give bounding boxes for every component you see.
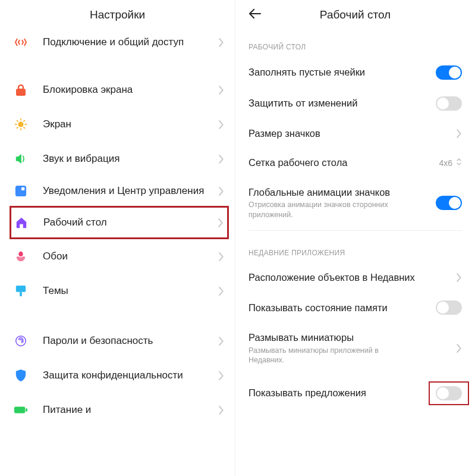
- svg-rect-17: [26, 408, 27, 412]
- highlighted-toggle-frame: [429, 381, 469, 405]
- item-label: Обои: [43, 250, 214, 262]
- home-icon: [12, 214, 30, 231]
- item-label: Питание и: [43, 403, 214, 416]
- svg-rect-16: [14, 406, 25, 413]
- item-label: Темы: [43, 284, 214, 297]
- lock-icon: [12, 81, 30, 99]
- setting-lock-layout[interactable]: Защитить от изменений: [235, 88, 475, 119]
- setting-label: Расположение объектов в Недавних: [248, 271, 452, 284]
- shield-icon: [12, 367, 30, 384]
- section-header-home: РАБОЧИЙ СТОЛ: [235, 27, 475, 57]
- setting-fill-empty[interactable]: Заполнять пустые ячейки: [235, 57, 475, 88]
- setting-label: Глобальные анимации значков: [248, 186, 436, 199]
- setting-label: Размывать миниатюры: [248, 331, 452, 344]
- home-screen-settings: Рабочий стол РАБОЧИЙ СТОЛ Заполнять пуст…: [235, 0, 475, 476]
- setting-label: Показывать предложения: [248, 387, 429, 399]
- control-center-icon: [12, 182, 30, 200]
- chevron-right-icon: [219, 252, 224, 261]
- item-label: Подключение и общий доступ: [43, 36, 214, 48]
- setting-icon-size[interactable]: Размер значков: [235, 119, 475, 148]
- item-label: Рабочий стол: [43, 216, 213, 228]
- item-label: Уведомления и Центр управления: [43, 184, 214, 197]
- item-privacy[interactable]: Защита конфиденциальности: [0, 358, 235, 393]
- page-title: Рабочий стол: [246, 8, 464, 21]
- chevron-right-icon: [219, 187, 224, 196]
- chevron-right-icon: [457, 129, 462, 138]
- sun-icon: [12, 115, 30, 133]
- item-display[interactable]: Экран: [0, 107, 235, 142]
- toggle-global-anim[interactable]: [436, 196, 462, 210]
- chevron-right-icon: [219, 38, 224, 47]
- setting-sublabel: Размывать миниатюры приложений в Недавни…: [248, 346, 403, 365]
- setting-memory-status[interactable]: Показывать состояние памяти: [235, 292, 475, 323]
- item-wallpaper[interactable]: Обои: [0, 239, 235, 274]
- battery-icon: [12, 401, 30, 419]
- item-connection[interactable]: Подключение и общий доступ: [0, 27, 235, 57]
- item-sound[interactable]: Звук и вибрация: [0, 142, 235, 176]
- chevron-right-icon: [219, 155, 224, 164]
- chevron-right-icon: [219, 337, 224, 346]
- section-header-recents: НЕДАВНИЕ ПРИЛОЖЕНИЯ: [235, 233, 475, 263]
- setting-value: 4x6: [439, 158, 452, 168]
- chevron-right-icon: [219, 406, 224, 415]
- divider: [248, 230, 462, 231]
- setting-global-anim[interactable]: Глобальные анимации значков Отрисовка ан…: [235, 178, 475, 228]
- fingerprint-icon: [12, 332, 30, 350]
- chevron-right-icon: [457, 273, 462, 282]
- expand-icon: [456, 157, 462, 169]
- setting-sublabel: Отрисовка анимации значков сторонних при…: [248, 200, 403, 220]
- setting-label: Показывать состояние памяти: [248, 302, 436, 314]
- speaker-icon: [12, 150, 30, 168]
- svg-rect-11: [15, 186, 26, 196]
- share-icon: [12, 33, 30, 51]
- setting-suggestions[interactable]: Показывать предложения: [235, 373, 475, 414]
- back-button[interactable]: [248, 8, 262, 21]
- item-battery[interactable]: Питание и: [0, 393, 235, 427]
- toggle-suggestions[interactable]: [436, 386, 462, 400]
- setting-label: Сетка рабочего стола: [248, 156, 439, 169]
- item-home-screen[interactable]: Рабочий стол: [10, 206, 229, 239]
- setting-label: Размер значков: [248, 127, 452, 140]
- setting-label: Защитить от изменений: [248, 97, 436, 109]
- svg-line-9: [17, 127, 18, 128]
- chevron-right-icon: [219, 287, 224, 296]
- item-label: Защита конфиденциальности: [43, 369, 214, 381]
- svg-line-10: [24, 121, 24, 121]
- toggle-fill-empty[interactable]: [436, 65, 462, 80]
- setting-recents-layout[interactable]: Расположение объектов в Недавних: [235, 263, 475, 292]
- setting-label: Заполнять пустые ячейки: [248, 66, 436, 79]
- toggle-lock-layout[interactable]: [436, 96, 462, 111]
- item-passwords[interactable]: Пароли и безопасность: [0, 324, 235, 358]
- svg-rect-14: [20, 292, 22, 296]
- item-lock-screen[interactable]: Блокировка экрана: [0, 73, 235, 107]
- page-title: Настройки: [0, 0, 235, 27]
- flower-icon: [12, 248, 30, 265]
- item-label: Блокировка экрана: [43, 83, 214, 96]
- svg-rect-12: [21, 187, 24, 190]
- setting-grid[interactable]: Сетка рабочего стола 4x6: [235, 148, 475, 177]
- svg-rect-1: [18, 85, 23, 90]
- svg-line-8: [24, 127, 24, 128]
- svg-rect-13: [16, 286, 26, 292]
- item-label: Экран: [43, 118, 214, 130]
- toggle-memory-status[interactable]: [436, 300, 462, 315]
- chevron-right-icon: [219, 371, 224, 380]
- chevron-right-icon: [218, 218, 224, 227]
- chevron-right-icon: [457, 344, 462, 353]
- item-themes[interactable]: Темы: [0, 274, 235, 308]
- svg-point-2: [18, 121, 23, 127]
- settings-list: Настройки Подключение и общий доступ Бло…: [0, 0, 235, 476]
- brush-icon: [12, 282, 30, 300]
- chevron-right-icon: [219, 86, 224, 95]
- item-notifications[interactable]: Уведомления и Центр управления: [0, 176, 235, 206]
- item-label: Звук и вибрация: [43, 152, 214, 165]
- setting-blur-thumbs[interactable]: Размывать миниатюры Размывать миниатюры …: [235, 323, 475, 373]
- svg-line-7: [17, 121, 18, 121]
- chevron-right-icon: [219, 120, 224, 129]
- item-label: Пароли и безопасность: [43, 334, 214, 347]
